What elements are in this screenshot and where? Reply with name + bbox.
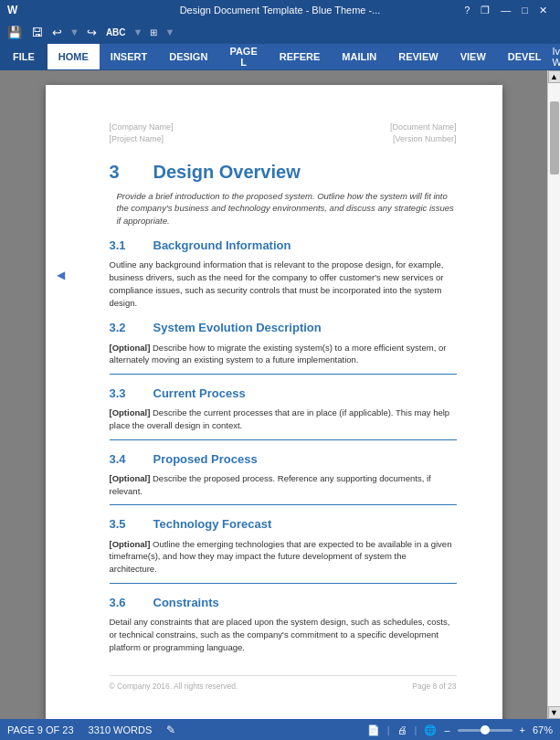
word-icon: W xyxy=(7,4,17,16)
version-number-field: [Version Number] xyxy=(390,133,457,145)
zoom-in-button[interactable]: + xyxy=(520,724,525,735)
ribbon-tabs: FILE HOME INSERT DESIGN PAGE L REFERE MA… xyxy=(0,44,560,69)
title-bar-title: Design Document Template - Blue Theme -.… xyxy=(180,5,381,16)
section3-intro: Provide a brief introduction to the prop… xyxy=(110,190,457,227)
section34-heading: 3.4 Proposed Process xyxy=(110,451,457,468)
section32-optional-label: [Optional] xyxy=(110,343,151,353)
section32-title: System Evolution Description xyxy=(153,320,322,336)
section36-number: 3.6 xyxy=(110,595,143,611)
tab-page-layout[interactable]: PAGE L xyxy=(218,44,268,69)
document-name-field: [Document Name] xyxy=(390,122,457,133)
maximize-button[interactable]: □ xyxy=(516,5,534,16)
close-button[interactable]: ✕ xyxy=(534,5,553,16)
tab-review[interactable]: REVIEW xyxy=(387,44,449,69)
section33-optional-label: [Optional] xyxy=(110,407,151,418)
scroll-down-arrow[interactable]: ▼ xyxy=(548,706,561,719)
zoom-out-button[interactable]: – xyxy=(444,724,449,735)
tab-insert[interactable]: INSERT xyxy=(100,44,158,69)
title-bar-controls: ? ❐ — □ ✕ xyxy=(459,5,553,16)
section35-optional-label: [Optional] xyxy=(110,539,151,549)
section32-optional-body: Describe how to migrate the existing sys… xyxy=(110,343,447,365)
print-view-icon[interactable]: 🖨 xyxy=(397,724,407,735)
status-bar: PAGE 9 OF 23 3310 WORDS ✎ 📄 | 🖨 | 🌐 – + … xyxy=(0,719,560,740)
document-page: [Company Name] [Project Name] [Document … xyxy=(46,85,502,719)
footer-copyright: © Company 2016. All rights reserved. xyxy=(110,682,238,692)
tab-mailings[interactable]: MAILIN xyxy=(331,44,387,69)
company-name-field: [Company Name] xyxy=(110,122,174,133)
section35-title: Technology Forecast xyxy=(153,516,272,533)
ribbon-user: Ivan Walsh K xyxy=(552,44,560,69)
help-button[interactable]: ? xyxy=(459,5,475,16)
zoom-thumb[interactable] xyxy=(481,725,490,735)
page-header-right: [Document Name] [Version Number] xyxy=(390,122,457,144)
section32-number: 3.2 xyxy=(110,320,143,336)
section35-optional-body: Outline the emerging technologies that a… xyxy=(110,539,452,575)
view-buttons: – xyxy=(444,724,449,735)
section34-number: 3.4 xyxy=(110,451,143,468)
scroll-track[interactable] xyxy=(548,83,560,706)
section34-optional-text: [Optional] Describe the proposed process… xyxy=(110,472,457,498)
section33-number: 3.3 xyxy=(110,386,143,402)
section34-optional-label: [Optional] xyxy=(110,473,151,483)
title-bar-left: W xyxy=(7,4,17,16)
section32-optional: [Optional] Describe how to migrate the e… xyxy=(110,342,457,375)
save-button[interactable]: 💾 xyxy=(4,24,26,41)
section34-title: Proposed Process xyxy=(153,451,258,468)
section34-optional: [Optional] Describe the proposed process… xyxy=(110,472,457,506)
section36-heading: 3.6 Constraints xyxy=(110,595,457,611)
footer-page-info: Page 8 of 23 xyxy=(412,682,456,692)
section34-optional-body: Describe the proposed process. Reference… xyxy=(110,473,431,496)
section35-heading: 3.5 Technology Forecast xyxy=(110,516,457,533)
spell-button[interactable]: ABC xyxy=(102,26,130,39)
tab-file[interactable]: FILE xyxy=(0,44,48,69)
fold-indicator: ◀ xyxy=(57,268,65,283)
page-view-icon[interactable]: 📄 xyxy=(367,724,380,736)
page-header-left: [Company Name] [Project Name] xyxy=(110,122,174,144)
project-name-field: [Project Name] xyxy=(110,133,174,145)
section31-title: Background Information xyxy=(153,238,291,254)
restore-button[interactable]: ❐ xyxy=(475,5,495,16)
zoom-percent: 67% xyxy=(533,724,553,735)
status-sep2: | xyxy=(415,724,417,735)
status-sep1: | xyxy=(387,724,390,735)
section3-number: 3 xyxy=(110,159,139,185)
section33-optional-body: Describe the current processes that are … xyxy=(110,407,450,430)
save-as-button[interactable]: 🖫 xyxy=(27,24,47,41)
status-bar-right: 📄 | 🖨 | 🌐 – + 67% xyxy=(367,724,553,736)
document-container: [Company Name] [Project Name] [Document … xyxy=(0,70,547,719)
section33-optional-text: [Optional] Describe the current processe… xyxy=(110,407,457,432)
section36-title: Constraints xyxy=(153,595,219,611)
tab-developer[interactable]: DEVEL xyxy=(497,44,553,69)
spell-separator: ▼ xyxy=(133,26,143,37)
redo-button[interactable]: ↪ xyxy=(83,24,100,41)
zoom-slider[interactable] xyxy=(458,729,512,732)
ribbon: FILE HOME INSERT DESIGN PAGE L REFERE MA… xyxy=(0,44,560,70)
section33-heading: 3.3 Current Process xyxy=(110,386,457,402)
minimize-button[interactable]: — xyxy=(495,5,516,16)
page-count: PAGE 9 OF 23 xyxy=(7,724,74,735)
section31-heading: 3.1 Background Information xyxy=(110,238,457,254)
section33-title: Current Process xyxy=(153,386,246,402)
scrollbar-right[interactable]: ▲ ▼ xyxy=(547,70,560,719)
undo-button[interactable]: ↩ xyxy=(48,24,66,41)
section31-number: 3.1 xyxy=(110,238,143,254)
undo-separator: ▼ xyxy=(69,26,79,37)
tab-view[interactable]: VIEW xyxy=(449,44,497,69)
scroll-up-arrow[interactable]: ▲ xyxy=(548,70,561,83)
section32-heading: 3.2 System Evolution Description xyxy=(110,320,457,336)
custom-button[interactable]: ⊞ xyxy=(146,26,161,39)
title-bar: W Design Document Template - Blue Theme … xyxy=(0,0,560,20)
scroll-thumb[interactable] xyxy=(550,101,559,174)
tab-references[interactable]: REFERE xyxy=(269,44,332,69)
custom-separator: ▼ xyxy=(164,26,174,37)
word-count: 3310 WORDS xyxy=(89,724,153,735)
section32-optional-text: [Optional] Describe how to migrate the e… xyxy=(110,342,457,367)
tab-design[interactable]: DESIGN xyxy=(158,44,218,69)
web-view-icon[interactable]: 🌐 xyxy=(424,724,437,736)
tab-home[interactable]: HOME xyxy=(48,44,100,69)
section36-text: Detail any constraints that are placed u… xyxy=(110,616,457,653)
page-header: [Company Name] [Project Name] [Document … xyxy=(110,122,457,144)
user-name: Ivan Walsh xyxy=(552,46,560,68)
track-changes-icon: ✎ xyxy=(166,724,175,736)
main-area: [Company Name] [Project Name] [Document … xyxy=(0,70,560,719)
